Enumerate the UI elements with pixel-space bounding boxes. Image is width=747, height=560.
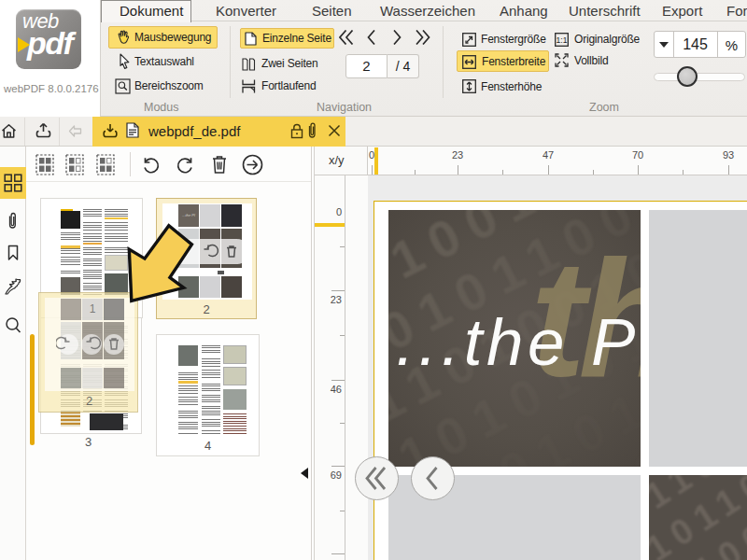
svg-text:1:1: 1:1 (557, 35, 568, 45)
